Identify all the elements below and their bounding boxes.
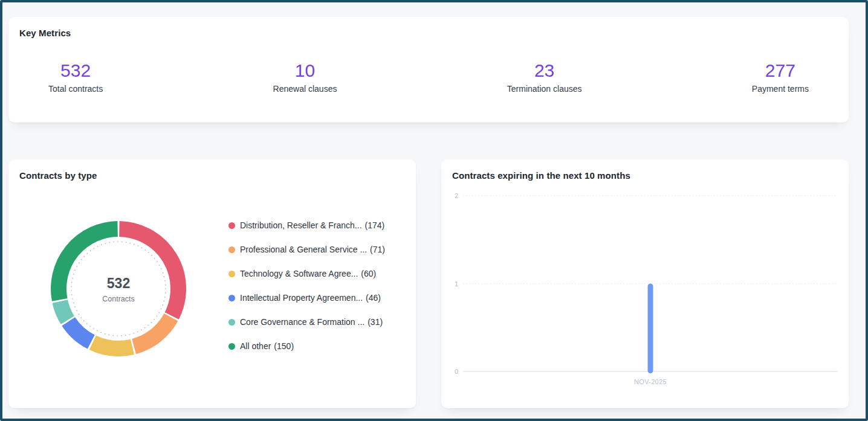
key-metrics-card: Key Metrics 532 Total contracts 10 Renew… bbox=[8, 17, 849, 123]
contracts-by-type-donut-chart[interactable]: 532Contracts bbox=[46, 216, 191, 361]
legend-count: (31) bbox=[368, 317, 383, 327]
metrics-row: 532 Total contracts 10 Renewal clauses 2… bbox=[8, 60, 849, 94]
legend-dot bbox=[228, 343, 235, 350]
contracts-expiring-title: Contracts expiring in the next 10 months bbox=[452, 170, 630, 181]
donut-center-label: Contracts bbox=[102, 295, 135, 303]
legend-label: Technology & Software Agree... bbox=[240, 269, 358, 278]
legend-label: Professional & General Service ... bbox=[240, 245, 367, 254]
y-axis-tick-1: 1 bbox=[455, 280, 458, 288]
legend-item-3[interactable]: Intellectual Property Agreemen...(46) bbox=[228, 286, 385, 310]
metric-termination-clauses: 23 Termination clauses bbox=[507, 60, 582, 94]
metric-payment-terms: 277 Payment terms bbox=[752, 60, 809, 94]
metric-label: Payment terms bbox=[752, 84, 809, 94]
legend-item-1[interactable]: Professional & General Service ...(71) bbox=[228, 237, 385, 262]
contracts-expiring-card: Contracts expiring in the next 10 months… bbox=[441, 159, 849, 408]
legend-label: Intellectual Property Agreemen... bbox=[240, 293, 363, 303]
legend-label: Core Governance & Formation ... bbox=[240, 317, 364, 327]
metric-value: 10 bbox=[273, 60, 337, 82]
key-metrics-title: Key Metrics bbox=[19, 28, 71, 38]
legend-dot bbox=[228, 295, 235, 301]
legend-dot bbox=[228, 319, 235, 326]
donut-segment-3[interactable] bbox=[68, 321, 91, 342]
legend-item-0[interactable]: Distribution, Reseller & Franch...(174) bbox=[228, 213, 385, 237]
metric-value: 532 bbox=[48, 60, 103, 82]
legend-dot bbox=[228, 271, 235, 277]
legend-count: (150) bbox=[274, 341, 294, 351]
legend-count: (46) bbox=[366, 293, 381, 303]
bar-nov-2025[interactable] bbox=[648, 284, 653, 374]
legend-dot bbox=[228, 246, 235, 253]
legend-dot bbox=[228, 222, 235, 229]
donut-segment-4[interactable] bbox=[60, 301, 67, 320]
contracts-by-type-card: Contracts by type 532Contracts Distribut… bbox=[8, 159, 416, 408]
y-axis-tick-2: 2 bbox=[455, 192, 458, 199]
expiring-contracts-bar-chart[interactable]: 210NOV-2025 bbox=[452, 187, 838, 389]
contracts-by-type-title: Contracts by type bbox=[19, 170, 97, 181]
metric-label: Termination clauses bbox=[507, 84, 582, 94]
x-axis-label-nov-2025: NOV-2025 bbox=[634, 378, 667, 385]
y-axis-tick-0: 0 bbox=[455, 368, 458, 375]
legend-label: Distribution, Reseller & Franch... bbox=[240, 220, 362, 230]
legend-count: (60) bbox=[361, 269, 376, 278]
donut-segment-2[interactable] bbox=[92, 342, 132, 349]
dashboard-frame: Key Metrics 532 Total contracts 10 Renew… bbox=[0, 0, 868, 421]
legend-item-5[interactable]: All other(150) bbox=[228, 334, 385, 358]
metric-label: Total contracts bbox=[48, 84, 103, 94]
legend-count: (174) bbox=[365, 220, 385, 230]
contracts-by-type-legend: Distribution, Reseller & Franch...(174)P… bbox=[228, 213, 385, 358]
legend-item-2[interactable]: Technology & Software Agree...(60) bbox=[228, 262, 385, 286]
metric-label: Renewal clauses bbox=[273, 84, 337, 94]
metric-value: 277 bbox=[752, 60, 809, 82]
metric-renewal-clauses: 10 Renewal clauses bbox=[273, 60, 337, 94]
donut-center-value: 532 bbox=[107, 275, 130, 291]
metric-total-contracts: 532 Total contracts bbox=[48, 60, 103, 94]
donut-segment-1[interactable] bbox=[134, 317, 171, 346]
metric-value: 23 bbox=[507, 60, 582, 82]
dashboard: { "app": { "background": "#f6f7f9", "fra… bbox=[0, 0, 868, 421]
legend-label: All other bbox=[240, 341, 271, 351]
legend-item-4[interactable]: Core Governance & Formation ...(31) bbox=[228, 310, 385, 334]
legend-count: (71) bbox=[370, 245, 385, 254]
